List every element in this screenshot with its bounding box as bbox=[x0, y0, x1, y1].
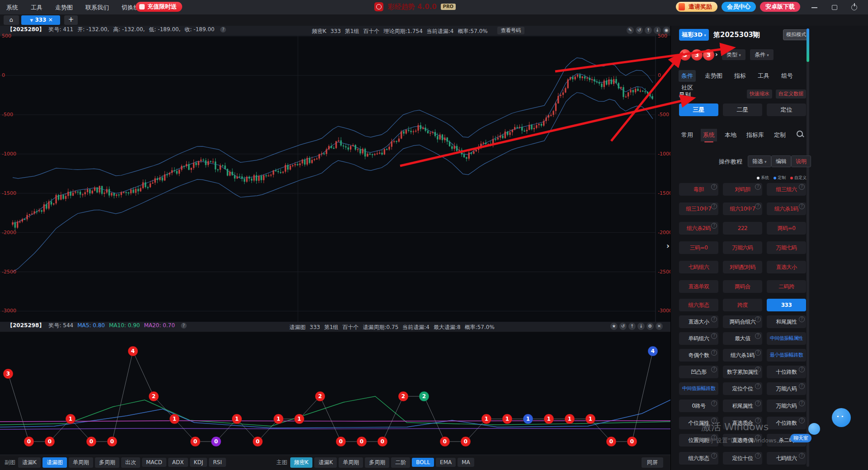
down-icon[interactable]: ↓ bbox=[637, 323, 645, 330]
main-indicator-5-button[interactable]: 二阶 bbox=[391, 457, 410, 468]
candlestick-chart[interactable]: 50050000-500-500-1000-1000-1500-1500-200… bbox=[0, 36, 670, 322]
topbar-red-button[interactable]: 安卓版下载 bbox=[760, 2, 800, 12]
condition-button[interactable]: 组六形态 bbox=[679, 299, 718, 311]
sub-indicator-3-button[interactable]: 单周期 bbox=[69, 457, 93, 468]
panel-tab-2[interactable]: 指标 bbox=[731, 70, 749, 82]
sub-indicator-6-button[interactable]: MACD bbox=[142, 458, 166, 467]
condition-button[interactable]: 0路号? bbox=[679, 400, 718, 412]
condition-button[interactable]: 积尾属性? bbox=[723, 400, 762, 412]
topbar-blue-button[interactable]: 会员中心 bbox=[722, 2, 756, 12]
filter-dropdown-button[interactable]: 筛选▾ bbox=[748, 155, 771, 167]
panel-collapse-chevron[interactable]: › bbox=[666, 241, 670, 250]
quick-shrink-button[interactable]: 快速缩水 bbox=[747, 89, 772, 99]
chat-bubble-small-icon[interactable] bbox=[808, 423, 820, 435]
help-icon[interactable]: ? bbox=[220, 27, 226, 33]
pencil-icon[interactable]: ✎ bbox=[627, 27, 634, 34]
gear-icon[interactable]: ⚙ bbox=[646, 323, 654, 330]
menu-item-1[interactable]: 工具 bbox=[24, 0, 49, 12]
condition-button[interactable]: 直选大小? bbox=[679, 315, 718, 328]
condition-button[interactable]: 十位路数? bbox=[767, 366, 806, 378]
sub-indicator-9-button[interactable]: RSI bbox=[209, 458, 226, 467]
view-numbers-button[interactable]: 查看号码 bbox=[497, 27, 524, 34]
pin-icon[interactable]: ★ bbox=[610, 323, 618, 330]
tab-333[interactable]: ▼ 333 ✕ bbox=[21, 15, 60, 25]
sub-indicator-1-button[interactable]: 遗漏K bbox=[18, 457, 41, 468]
condition-button[interactable]: 333 bbox=[767, 299, 806, 311]
explain-button[interactable]: 说明 bbox=[791, 155, 811, 167]
main-indicator-2-button[interactable]: 遗漏K bbox=[314, 457, 337, 468]
condition-button[interactable]: 凹凸形? bbox=[679, 366, 718, 378]
condition-button[interactable]: 组六形态? bbox=[679, 452, 718, 465]
search-icon[interactable] bbox=[797, 131, 803, 137]
menu-item-3[interactable]: 联系我们 bbox=[79, 0, 115, 12]
condition-button[interactable]: 两码合组六? bbox=[723, 315, 762, 328]
up-icon[interactable]: ↑ bbox=[645, 27, 652, 34]
condition-button[interactable]: 万能六码? bbox=[767, 400, 806, 412]
close-icon[interactable]: ✕ bbox=[656, 323, 663, 330]
condition-button[interactable]: 奇偶个数? bbox=[679, 349, 718, 362]
minimize-icon[interactable] bbox=[806, 0, 824, 14]
star-tab-1[interactable]: 二星 bbox=[723, 103, 762, 116]
refresh-icon[interactable]: ↻ bbox=[752, 30, 758, 38]
edit-button[interactable]: 编辑 bbox=[771, 155, 791, 167]
help-icon[interactable]: ? bbox=[181, 323, 187, 329]
condition-button[interactable]: 数字累加属性? bbox=[723, 366, 762, 378]
condition-button[interactable]: 最小值振幅路数 bbox=[767, 349, 806, 362]
main-indicator-7-button[interactable]: EMA bbox=[436, 458, 456, 467]
condition-button[interactable]: 七码组六 bbox=[679, 261, 718, 273]
condition-button[interactable]: 直选大小 bbox=[767, 261, 806, 273]
category-tab-1[interactable]: 系统 bbox=[701, 129, 717, 141]
condition-button[interactable]: 定位十位? bbox=[723, 452, 762, 465]
simulation-mode-button[interactable]: 模拟模式 bbox=[783, 29, 809, 40]
menu-item-0[interactable]: 系统 bbox=[0, 0, 24, 12]
condition-button[interactable]: 组六杀1码? bbox=[767, 202, 806, 215]
condition-dropdown[interactable]: 条件▾ bbox=[750, 49, 774, 60]
condition-button[interactable]: 和尾属性? bbox=[767, 315, 806, 328]
sub-indicator-7-button[interactable]: ADX bbox=[168, 458, 188, 467]
category-tab-4[interactable]: 定制 bbox=[772, 129, 788, 141]
condition-button[interactable]: 万能八码? bbox=[767, 382, 806, 395]
condition-button[interactable]: 组三10中7? bbox=[679, 202, 718, 215]
condition-button[interactable]: 222 bbox=[723, 222, 762, 235]
condition-button[interactable]: 定位个位? bbox=[723, 382, 762, 395]
chat-bubble-icon[interactable] bbox=[832, 408, 851, 427]
category-tab-0[interactable]: 常用 bbox=[679, 129, 695, 141]
maximize-icon[interactable] bbox=[826, 0, 844, 14]
condition-button[interactable]: 组三组六? bbox=[767, 183, 806, 196]
star-tab-2[interactable]: 定位 bbox=[767, 103, 806, 116]
panel-tab-4[interactable]: 组号 bbox=[778, 70, 796, 82]
condition-button[interactable]: 对码配对码 bbox=[723, 261, 762, 273]
chatroom-badge[interactable]: 聊天室 bbox=[790, 434, 811, 442]
condition-button[interactable]: 组六杀2码? bbox=[679, 222, 718, 235]
category-tab-3[interactable]: 指标库 bbox=[744, 129, 766, 141]
condition-button[interactable]: 单码组六? bbox=[679, 332, 718, 345]
undo-icon[interactable]: ↺ bbox=[636, 27, 643, 34]
condition-button[interactable]: 毒胆? bbox=[679, 183, 718, 196]
condition-button[interactable]: 跨度 bbox=[723, 299, 762, 311]
sub-indicator-4-button[interactable]: 多周期 bbox=[95, 457, 119, 468]
recharge-promo-button[interactable]: 充值限时送 bbox=[136, 2, 182, 12]
close-icon[interactable]: ✕ bbox=[48, 17, 53, 23]
lottery-select-dropdown[interactable]: 福彩3D▾ bbox=[679, 29, 709, 41]
condition-button[interactable]: 七码组六? bbox=[767, 452, 806, 465]
custom-data-button[interactable]: 自定义数据 bbox=[776, 89, 806, 99]
condition-button[interactable]: 万能六码 bbox=[723, 241, 762, 254]
condition-button[interactable]: 组六10中7? bbox=[723, 202, 762, 215]
condition-button[interactable]: 三码=0 bbox=[679, 241, 718, 254]
tutorial-link[interactable]: 操作教程 bbox=[719, 158, 742, 166]
condition-button[interactable]: 组六杀1码? bbox=[723, 349, 762, 362]
condition-button[interactable]: 直选单双 bbox=[679, 280, 718, 293]
sync-screen-button[interactable]: 同屏 bbox=[642, 457, 663, 468]
panel-tab-3[interactable]: 工具 bbox=[755, 70, 772, 82]
condition-button[interactable]: 对码胆? bbox=[723, 183, 762, 196]
new-tab-button[interactable]: + bbox=[64, 15, 78, 25]
condition-button[interactable]: 最大值? bbox=[723, 332, 762, 345]
menu-item-2[interactable]: 走势图 bbox=[49, 0, 79, 12]
star-tab-0[interactable]: 三星 bbox=[679, 103, 718, 116]
scrollbar-thumb[interactable] bbox=[807, 28, 809, 62]
sub-indicator-5-button[interactable]: 出次 bbox=[121, 457, 140, 468]
undo-icon[interactable]: ↺ bbox=[619, 323, 627, 330]
sub-indicator-8-button[interactable]: KDJ bbox=[190, 458, 208, 467]
panel-scrollbar[interactable] bbox=[807, 28, 809, 467]
main-indicator-1-button[interactable]: 频密K bbox=[290, 457, 313, 468]
